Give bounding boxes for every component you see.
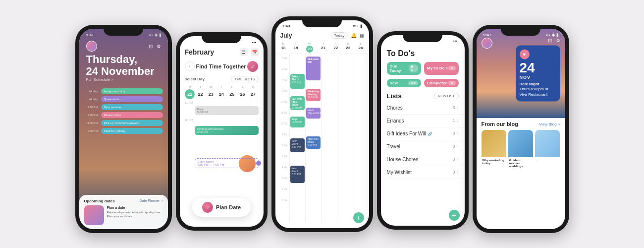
cal-day-F[interactable]: F 25 <box>227 85 237 99</box>
cal-view-icon-3[interactable]: ▦ <box>360 33 364 38</box>
blog-card-title-2: Guide to modern weddings <box>508 157 533 169</box>
list-item-travel[interactable]: Travel 0 › <box>381 140 465 153</box>
blog-card-1[interactable]: Why unwinding is key <box>482 130 506 169</box>
p5-event-title-strong: Date Night <box>520 82 539 86</box>
gear-icon-1[interactable]: ⚙ <box>157 44 161 49</box>
status-icons-2: ▪▪▪ <box>252 40 257 45</box>
blog-card-3[interactable]: ... <box>535 130 560 169</box>
event-row-1: All day Assignment due <box>84 88 163 94</box>
wifi-icon-5: ◈ <box>552 33 555 37</box>
list-item-gift[interactable]: Gift Ideas For Will 🔗 0 › <box>381 127 465 140</box>
phone-4-inner: ▪▪▪ To Do's Due Today 0 > My To Do's > <box>381 35 465 226</box>
p3-day-S2[interactable]: S 24 <box>358 42 363 53</box>
p2-list-icon[interactable]: ☰ <box>240 48 248 56</box>
cal-num-26[interactable]: 26 <box>238 89 248 99</box>
cal-num-21[interactable]: 21 <box>185 89 195 99</box>
cal-num-22[interactable]: 22 <box>195 89 205 99</box>
find-time-confirm-btn[interactable]: ✓ <box>247 61 258 72</box>
p3-day-num-21[interactable]: 21 <box>321 46 325 50</box>
cal-num-23[interactable]: 23 <box>206 89 216 99</box>
p3-event-new1[interactable]: New Event 2:30 PM <box>290 138 305 152</box>
p2-month: February <box>185 48 215 56</box>
plan-date-button[interactable]: Plan Date <box>192 198 251 217</box>
p3-event-new2[interactable]: New Event 7:00 PM <box>290 166 305 183</box>
p3-event-clipper-label: Men's Clipper&Scissors H... <box>308 109 319 118</box>
time-slots-btn[interactable]: TIME SLOTS <box>231 76 259 82</box>
p3-fab[interactable]: + <box>353 212 364 223</box>
today-btn[interactable]: Today <box>331 32 347 39</box>
header-icons-1: ⊡ ⚙ <box>149 44 161 49</box>
p1-header: ⊡ ⚙ <box>79 39 168 54</box>
my-todo-btn[interactable]: My To Do's > <box>424 62 459 75</box>
camera-icon-1[interactable]: ⊡ <box>149 44 153 49</box>
cal-day-W[interactable]: W 23 <box>206 85 216 99</box>
cal-day-M[interactable]: M 21 <box>185 85 195 99</box>
cal-day-T2[interactable]: T 24 <box>216 85 226 99</box>
camera-icon-5[interactable]: ⊡ <box>548 38 552 49</box>
p3-day-num-22[interactable]: 22 <box>333 46 338 50</box>
p3-day-S1[interactable]: S 23 <box>346 42 350 53</box>
avatar-1 <box>86 41 97 52</box>
blog-card-2[interactable]: Guide to modern weddings <box>508 130 533 169</box>
p3-day-num-24[interactable]: 24 <box>358 46 363 50</box>
cal-day-T1[interactable]: T 22 <box>195 85 205 99</box>
cal-num-25[interactable]: 25 <box>227 89 237 99</box>
p3-day-num-18[interactable]: 18 <box>281 46 286 50</box>
p3-event-drinks[interactable]: After work drinks 6:00 PM <box>306 136 321 149</box>
p3-event-marketing[interactable]: Marketing Meeting 11:00 AM <box>306 89 321 101</box>
p3-day-T1[interactable]: T 19 <box>294 42 298 53</box>
p3-day-F[interactable]: F 22 <box>333 42 338 53</box>
avatar-5 <box>482 38 492 49</box>
cal-num-27[interactable]: 27 <box>248 89 258 99</box>
p2-cycling-block[interactable]: Cycling with Antonia 2:00 PM <box>195 126 259 135</box>
phone-1-bg: 9:41 ▪▪▪ ◈ ▮ ⊡ ⚙ Thursday, 24 <box>79 29 168 229</box>
p3-event-yoga[interactable]: Yoga 12:30 PM <box>290 117 305 127</box>
list-item-travel-name: Travel <box>387 144 400 149</box>
cal-day-S1[interactable]: S 26 <box>238 85 248 99</box>
p2-slider-dot[interactable] <box>256 161 261 166</box>
cal-num-24[interactable]: 24 <box>216 89 226 99</box>
p3-day-W[interactable]: W 20 <box>306 42 313 53</box>
p3-day-label-S2: S <box>358 42 363 45</box>
p3-event-midweek[interactable]: Mid-week WIP <box>306 57 321 80</box>
p2-cal-icon[interactable]: 📅 <box>251 48 259 56</box>
p3-t-1pm: 1 PM <box>275 133 289 144</box>
p3-day-num-19[interactable]: 19 <box>294 46 298 50</box>
p3-day-T2[interactable]: T 21 <box>321 42 325 53</box>
find-time-header: ‹ Find Time Together ✓ <box>180 58 264 75</box>
completed-btn[interactable]: Completed > <box>424 79 459 87</box>
full-schedule-link[interactable]: Full Schedule > <box>86 77 155 82</box>
list-item-errands[interactable]: Errands 1 › <box>381 115 465 127</box>
due-today-btn[interactable]: Due Today 0 > <box>387 62 422 75</box>
p3-time-col: 6 AM 7 AM 8 AM 9 AM 10 AM 11 AM 12 PM 1 … <box>275 54 289 223</box>
gear-icon-5[interactable]: ⚙ <box>556 38 560 49</box>
p3-day-M[interactable]: M 18 <box>281 42 286 53</box>
p3-event-yoga-time: 12:30 PM <box>292 121 303 124</box>
date-planner-link[interactable]: Date Planner > <box>140 199 163 205</box>
p2-event-dashed[interactable]: Event Name 5:00 PM → 7:00 PM <box>195 158 259 168</box>
new-list-btn[interactable]: NEW LIST <box>434 93 458 99</box>
p3-month: July <box>280 32 292 39</box>
list-item-house[interactable]: House Chores 0 › <box>381 153 465 166</box>
p3-event-clipper[interactable]: Men's Clipper&Scissors H... <box>306 108 321 119</box>
event-pill-3: Gym session <box>101 104 163 110</box>
p3-day-num-23[interactable]: 23 <box>346 46 350 50</box>
p3-event-erika[interactable]: Erika → Phil b! 9:00 AM <box>290 74 305 89</box>
view-blog-link[interactable]: View Blog > <box>539 122 560 126</box>
event-time-2: All day <box>84 98 98 101</box>
p3-event-prod[interactable]: Call with Prod Team 10:00 AM <box>290 96 305 110</box>
list-item-chores[interactable]: Chores 3 › <box>381 102 465 115</box>
p5-event-detail: Thurs 6:00pm at Viva Restaurant <box>520 87 548 97</box>
cal-day-S2[interactable]: S 27 <box>248 85 258 99</box>
p4-fab[interactable]: + <box>449 210 460 221</box>
status-icons-4: ▪▪▪ <box>453 39 458 43</box>
back-button[interactable]: ‹ <box>185 62 195 71</box>
new-btn[interactable]: New 0 > <box>387 79 422 87</box>
p3-t-9am: 9 AM <box>275 89 289 100</box>
plan-date-label: Plan Date <box>216 204 241 210</box>
p2-time-11am: 11 AM <box>185 101 193 104</box>
p4-header: To Do's <box>381 45 465 60</box>
list-item-wishlist[interactable]: My Wishlist 0 › <box>381 166 465 179</box>
alert-icon-3[interactable]: 🔔 <box>351 33 357 38</box>
p3-day-num-20[interactable]: 20 <box>306 46 313 53</box>
